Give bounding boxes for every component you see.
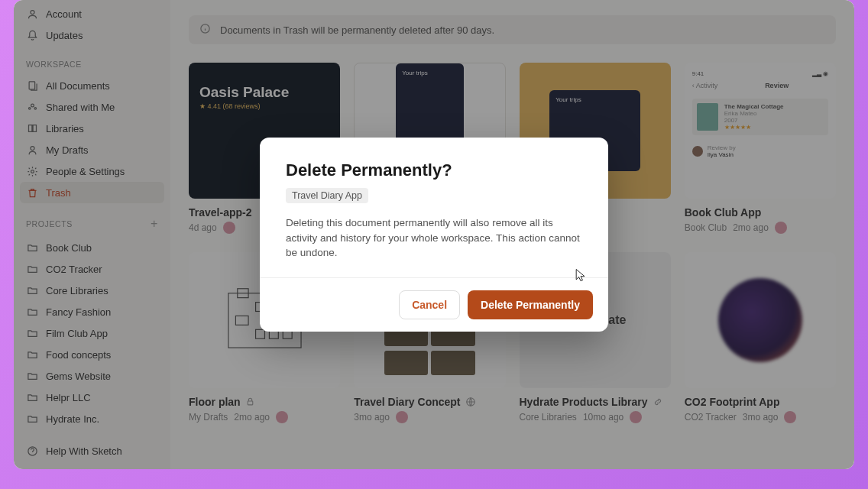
cancel-button[interactable]: Cancel (399, 290, 460, 319)
modal-description: Deleting this document permanently will … (286, 215, 582, 261)
delete-permanently-button[interactable]: Delete Permanently (468, 290, 593, 319)
modal-overlay[interactable]: Delete Permanently? Travel Diary App Del… (14, 0, 854, 469)
modal-title: Delete Permanently? (286, 160, 582, 180)
app-window: Account Updates WORKSPACE All Documents … (14, 0, 854, 469)
delete-modal: Delete Permanently? Travel Diary App Del… (260, 138, 608, 332)
modal-document-chip: Travel Diary App (286, 188, 368, 203)
